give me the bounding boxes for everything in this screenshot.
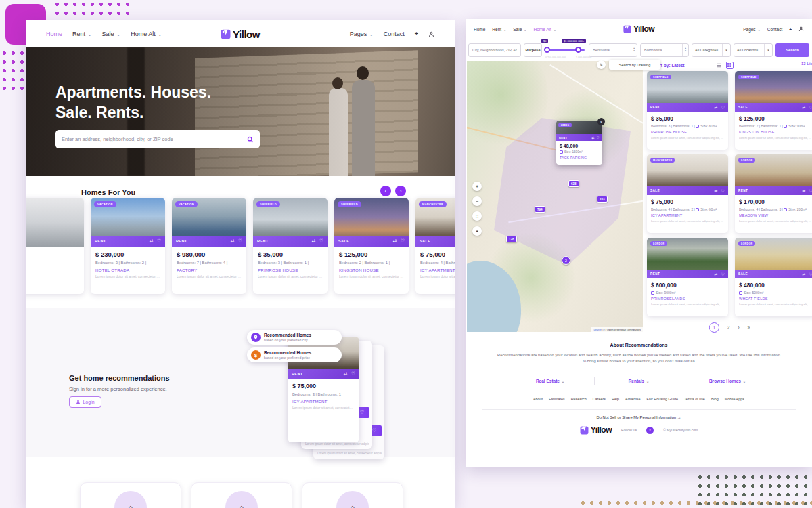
footer-dropdown-rentals[interactable]: Rentals ⌄ — [595, 379, 683, 383]
feature-card[interactable]: ⌂ — [80, 482, 181, 508]
footer-link[interactable]: Fair Housing Guide — [647, 397, 678, 401]
next-page-button[interactable]: › — [738, 325, 739, 330]
last-page-button[interactable]: » — [748, 325, 750, 330]
map[interactable]: + − ∷ ■ 558 638 103 794 128 2 × LEEDS RE… — [467, 61, 643, 332]
yillow-logo[interactable]: Yillow — [623, 24, 654, 34]
categories-select[interactable]: All Categories ▾ — [692, 43, 731, 57]
add-listing-icon[interactable]: + — [415, 30, 418, 37]
nav-home-alt[interactable]: Home Alt ⌄ — [131, 30, 162, 37]
favorite-icon[interactable]: ♡ — [401, 238, 405, 244]
nav-sale[interactable]: Sale ⌄ — [513, 27, 526, 32]
property-name[interactable]: PRIMROSE HOUSE — [258, 268, 323, 272]
favorite-icon[interactable]: ♡ — [721, 105, 725, 110]
footer-link[interactable]: About — [533, 397, 543, 401]
compare-icon[interactable]: ⇄ — [803, 188, 806, 193]
zoom-out-button[interactable]: − — [472, 196, 482, 206]
favorite-icon[interactable]: ♡ — [319, 238, 323, 244]
compare-icon[interactable]: ⇄ — [715, 188, 718, 193]
hero-search-input[interactable] — [62, 136, 243, 142]
footer-dropdown-real-estate[interactable]: Real Estate ⌄ — [506, 379, 594, 383]
footer-link[interactable]: Terms of use — [684, 397, 705, 401]
property-name[interactable]: ICY APARTMENT — [420, 268, 455, 272]
search-by-drawing-button[interactable]: Search by Drawing — [609, 60, 660, 70]
property-card-partial[interactable]: MANCHESTER SALE ⇄♡ $ 75,000 Bedrooms: 4 … — [415, 198, 455, 294]
property-card[interactable]: LONDON SALE ⇄♡ $ 480,000 Size: 5000m² WH… — [735, 238, 812, 316]
slider-handle-min[interactable] — [544, 47, 550, 53]
property-card[interactable]: SHEFFIELD SALE ⇄♡ $ 125,000 Bedrooms: 2 … — [735, 71, 812, 150]
map-price-marker[interactable]: 638 — [568, 180, 579, 187]
locations-select[interactable]: All Locations ▾ — [734, 43, 773, 57]
favorite-icon[interactable]: ♡ — [809, 105, 812, 110]
compare-icon[interactable]: ⇄ — [803, 272, 806, 276]
nav-rent[interactable]: Rent ⌄ — [492, 27, 506, 32]
stepper-icon[interactable]: ▴▾ — [682, 44, 688, 56]
nav-home[interactable]: Home — [474, 27, 485, 32]
property-name[interactable]: ICY APARTMENT — [651, 213, 724, 217]
property-name[interactable]: PRIMROSE HOUSE — [651, 130, 724, 134]
property-name[interactable]: ICY APARTMENT — [292, 399, 355, 404]
purpose-button[interactable]: Purpose — [524, 43, 542, 57]
favorite-icon[interactable]: ♡ — [351, 371, 355, 377]
page-2-button[interactable]: 2 — [727, 325, 730, 330]
property-card[interactable]: LONDON RENT ⇄♡ $ 600,000 Size: 9000m² PR… — [647, 238, 728, 316]
footer-link[interactable]: Mobile Apps — [725, 397, 744, 401]
property-name[interactable]: KINGSTON HOUSE — [739, 130, 812, 134]
search-icon[interactable] — [247, 136, 254, 143]
nav-rent[interactable]: Rent ⌄ — [72, 30, 92, 37]
footer-link[interactable]: Help — [612, 397, 619, 401]
close-icon[interactable]: × — [597, 118, 605, 125]
slider-handle-max[interactable] — [575, 47, 581, 53]
map-price-marker[interactable]: 794 — [535, 206, 545, 213]
feature-card[interactable]: ⌂ — [191, 482, 292, 508]
page-1-button[interactable]: 1 — [709, 322, 719, 333]
add-listing-icon[interactable]: + — [789, 27, 792, 32]
favorite-icon[interactable]: ♡ — [238, 238, 242, 244]
facebook-icon[interactable]: f — [646, 427, 654, 434]
property-card[interactable]: VACATION RENT ⇄♡ $ 230,000 Bedrooms: 3 |… — [91, 198, 165, 294]
account-icon[interactable] — [428, 31, 434, 37]
nav-pages[interactable]: Pages ⌄ — [743, 27, 761, 32]
property-name[interactable]: TACK PARKING — [560, 156, 599, 161]
footer-link[interactable]: Advertise — [625, 397, 640, 401]
nav-home-alt[interactable]: Home Alt ⌄ — [533, 27, 556, 32]
property-card[interactable]: SHEFFIELD RENT ⇄♡ $ 35,000 Bedrooms: 3 |… — [647, 71, 728, 150]
map-price-marker[interactable]: 103 — [597, 196, 608, 203]
footer-link[interactable]: Blog — [711, 397, 719, 401]
compare-icon[interactable]: ⇄ — [715, 272, 718, 276]
account-icon[interactable] — [798, 26, 804, 32]
map-cluster-marker[interactable]: 2 — [562, 256, 570, 265]
compare-icon[interactable]: ⇄ — [344, 371, 348, 377]
login-button[interactable]: Login — [69, 396, 102, 408]
footer-link[interactable]: Research — [571, 397, 587, 401]
property-name[interactable]: KINGSTON HOUSE — [339, 268, 404, 272]
property-card[interactable]: SHEFFIELD SALE ⇄♡ $ 125,000 Bedrooms: 2 … — [334, 198, 409, 294]
compare-icon[interactable]: ⇄ — [393, 238, 397, 244]
favorite-icon[interactable]: ♡ — [372, 428, 376, 433]
stop-drawing-button[interactable]: ■ — [472, 226, 482, 236]
footer-link[interactable]: Estimates — [549, 397, 565, 401]
footer-link[interactable]: Careers — [593, 397, 606, 401]
favorite-icon[interactable]: ♡ — [157, 238, 161, 244]
footer-dropdown-browse-homes[interactable]: Browse Homes ⌄ — [683, 379, 771, 383]
favorite-icon[interactable]: ♡ — [809, 188, 812, 193]
carousel-next-button[interactable]: › — [395, 186, 406, 196]
nav-sale[interactable]: Sale ⌄ — [102, 30, 121, 37]
property-card-partial[interactable] — [26, 198, 84, 294]
feature-card[interactable]: ⌂ — [302, 482, 403, 508]
map-price-marker[interactable]: 128 — [506, 236, 517, 242]
yillow-logo[interactable]: Yillow — [221, 28, 260, 40]
property-card[interactable]: MANCHESTER SALE ⇄♡ $ 75,000 Bedrooms: 4 … — [647, 154, 728, 233]
favorite-icon[interactable]: ♡ — [809, 272, 812, 276]
search-button[interactable]: Search — [775, 43, 809, 57]
compare-icon[interactable]: ⇄ — [231, 238, 235, 244]
compare-icon[interactable]: ⇄ — [150, 238, 154, 244]
zoom-in-button[interactable]: + — [472, 182, 482, 191]
nav-contact[interactable]: Contact — [384, 30, 405, 37]
carousel-prev-button[interactable]: ‹ — [380, 186, 391, 196]
compare-icon[interactable]: ⇄ — [715, 105, 718, 110]
yillow-logo[interactable]: Yillow — [580, 425, 612, 435]
list-view-icon[interactable] — [715, 62, 723, 69]
bedrooms-input[interactable] — [589, 48, 631, 52]
stepper-icon[interactable]: ▴▾ — [631, 44, 637, 56]
property-name[interactable]: PRIMROSELANDS — [651, 297, 724, 301]
